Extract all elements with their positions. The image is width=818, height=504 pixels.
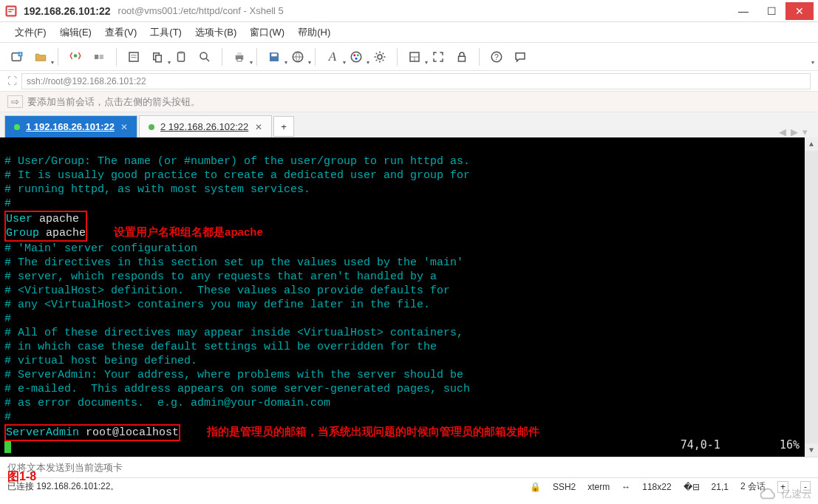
lock-small-icon: 🔒 (530, 482, 541, 492)
session-tab-2[interactable]: 2 192.168.26.102:22 ✕ (139, 115, 272, 137)
font-icon[interactable]: A (323, 47, 342, 67)
menu-view[interactable]: 查看(V) (99, 23, 143, 42)
watermark: 亿速云 (757, 488, 812, 501)
tab-next-icon[interactable]: ▶ (791, 126, 798, 137)
svg-rect-12 (156, 55, 162, 61)
svg-rect-3 (8, 11, 12, 13)
terminal-line: # User/Group: The name (or #number) of t… (4, 155, 470, 168)
status-cursor: 21,1 (712, 482, 729, 492)
terminal-position: 74,0-1 (681, 438, 720, 452)
annotation-box-user-group: User apache Group apache (4, 211, 87, 242)
status-term: xterm (587, 482, 610, 492)
svg-rect-9 (100, 55, 103, 59)
terminal-line: # The directives in this section set up … (4, 256, 463, 269)
footer-input-bar (0, 457, 818, 477)
terminal-line: # in which case these default settings w… (4, 341, 437, 353)
paste-icon[interactable] (171, 47, 191, 67)
menu-tools[interactable]: 工具(T) (144, 23, 188, 42)
find-icon[interactable] (195, 47, 214, 67)
menu-help[interactable]: 帮助(H) (292, 23, 336, 42)
terminal-line: # (4, 197, 11, 210)
svg-rect-27 (459, 56, 466, 61)
tabbar-nav: ◀ ▶ ▾ (779, 126, 814, 137)
close-button[interactable]: ✕ (785, 2, 814, 20)
scroll-down-icon[interactable]: ▼ (805, 443, 818, 457)
open-session-icon[interactable] (31, 47, 50, 67)
title-ip: 192.168.26.101:22 (24, 5, 111, 17)
hint-arrow-icon[interactable]: ⇨ (7, 95, 23, 108)
new-session-icon[interactable]: + (7, 47, 27, 67)
svg-text:+: + (18, 50, 22, 57)
terminal-cursor (4, 441, 11, 453)
scrollbar[interactable]: ▲ ▼ (805, 137, 818, 457)
chat-icon[interactable] (511, 47, 530, 67)
svg-point-21 (351, 52, 361, 62)
terminal-keyword: ServerAdmin (6, 426, 79, 439)
properties-icon[interactable] (124, 47, 143, 67)
terminal-value: root@localhost (79, 426, 179, 439)
terminal-line: # (4, 411, 11, 423)
terminal-line: # any <VirtualHost> containers you may d… (4, 299, 430, 311)
layout-icon[interactable] (405, 47, 424, 67)
hint-text: 要添加当前会话，点击左侧的箭头按钮。 (27, 95, 200, 109)
scroll-track[interactable] (805, 151, 818, 443)
hintbar: ⇨ 要添加当前会话，点击左侧的箭头按钮。 (0, 92, 818, 112)
svg-point-7 (74, 54, 78, 58)
menu-tab[interactable]: 选项卡(B) (189, 23, 242, 42)
status-size: 118x22 (642, 482, 671, 492)
toolbar-overflow-icon[interactable] (791, 47, 811, 67)
svg-point-25 (378, 55, 382, 59)
terminal-line: # (4, 313, 11, 325)
separator (116, 48, 117, 66)
disconnect-icon[interactable] (89, 47, 109, 67)
copy-icon[interactable] (148, 47, 167, 67)
tab-list-icon[interactable]: ▾ (802, 126, 808, 137)
terminal[interactable]: # User/Group: The name (or #number) of t… (0, 137, 818, 457)
svg-point-23 (357, 54, 359, 56)
annotation-text-1: 设置用户名和组名都是apache (114, 225, 263, 239)
address-input[interactable] (21, 73, 811, 89)
terminal-line: # as error documents. e.g. admin@your-do… (4, 397, 330, 409)
maximize-button[interactable]: ☐ (757, 2, 785, 20)
save-icon[interactable] (265, 47, 284, 67)
tab-prev-icon[interactable]: ◀ (779, 126, 786, 137)
svg-point-22 (353, 54, 355, 56)
terminal-line: # running httpd, as with most system ser… (4, 183, 310, 196)
separator (397, 48, 398, 66)
terminal-line: # server, which responds to any requests… (4, 270, 437, 283)
help-icon[interactable]: ? (487, 47, 506, 67)
session-tab-1[interactable]: 1 192.168.26.101:22 ✕ (4, 115, 137, 137)
tab-label: 2 192.168.26.102:22 (160, 121, 248, 132)
gear-icon[interactable] (370, 47, 389, 67)
svg-rect-18 (237, 58, 242, 61)
fullscreen-icon[interactable] (429, 47, 448, 67)
tab-close-icon[interactable]: ✕ (255, 122, 262, 132)
menu-window[interactable]: 窗口(W) (244, 23, 290, 42)
lock-icon[interactable] (452, 47, 471, 67)
tab-add-button[interactable]: + (273, 116, 294, 137)
reconnect-icon[interactable] (66, 47, 85, 67)
send-text-input[interactable] (7, 462, 811, 473)
minimize-button[interactable]: — (729, 2, 757, 20)
scroll-up-icon[interactable]: ▲ (805, 137, 818, 151)
toolbar: + A ? (0, 43, 818, 71)
title-path: root@vms001:/etc/httpd/conf - Xshell 5 (118, 5, 284, 16)
svg-point-24 (355, 57, 358, 59)
menu-edit[interactable]: 编辑(E) (54, 23, 98, 42)
svg-text:?: ? (494, 52, 499, 61)
svg-rect-10 (129, 52, 138, 61)
terminal-line: # <VirtualHost> definition. These values… (4, 285, 450, 297)
menu-file[interactable]: 文件(F) (9, 23, 52, 42)
titlebar: 192.168.26.101:22 root@vms001:/etc/httpd… (0, 0, 818, 22)
color-icon[interactable] (347, 47, 366, 67)
separator (222, 48, 222, 66)
globe-icon[interactable] (288, 47, 307, 67)
terminal-value: apache (39, 227, 86, 239)
terminal-line: # All of these directives may appear ins… (4, 327, 463, 339)
annotation-text-2: 指的是管理员的邮箱，当系统出现问题的时候向管理员的邮箱发邮件 (207, 424, 539, 438)
print-icon[interactable] (230, 47, 249, 67)
size-icon: ↔ (621, 482, 630, 492)
svg-rect-2 (8, 9, 14, 10)
tab-close-icon[interactable]: ✕ (120, 122, 128, 132)
terminal-value: apache (33, 213, 79, 225)
